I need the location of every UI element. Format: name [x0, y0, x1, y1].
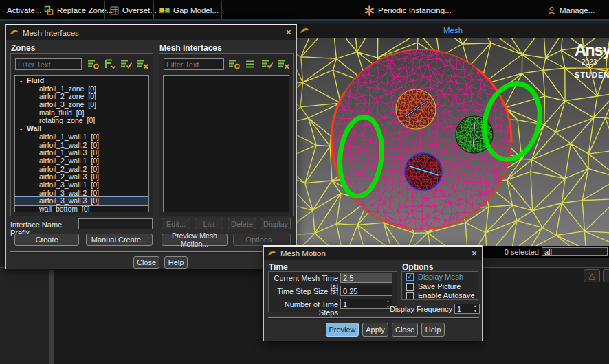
ansys-version-text: 2023	[575, 58, 609, 67]
interfaces-list-button[interactable]	[244, 58, 257, 69]
fluent-app-window: Activate... Replace Zone... Overset... G…	[0, 0, 609, 364]
zones-sort-button[interactable]	[103, 58, 116, 69]
close-icon[interactable]: ✕	[285, 27, 292, 37]
interfaces-header: Mesh Interfaces	[159, 43, 222, 53]
options-button[interactable]: Options...	[233, 234, 291, 246]
current-mesh-time-input[interactable]	[340, 273, 392, 283]
selection-scope-input[interactable]	[542, 247, 608, 256]
overset-button[interactable]: Overset...	[110, 3, 157, 18]
interface-name-prefix-input[interactable]	[78, 218, 153, 229]
spin-up-icon[interactable]: ▲	[385, 299, 391, 303]
list-check-icon	[120, 59, 133, 69]
list-check-icon	[261, 59, 274, 69]
preview-mesh-motion-button[interactable]: Preview Mesh Motion...	[162, 234, 228, 246]
display-mesh-checkbox[interactable]: ✓	[406, 273, 414, 281]
spin-up-icon[interactable]: ▲	[472, 304, 478, 308]
mesh-interfaces-titlebar[interactable]: Mesh Interfaces ✕	[6, 25, 296, 40]
apply-button[interactable]: Apply	[362, 323, 388, 337]
display-mesh-label: Display Mesh	[418, 273, 463, 281]
time-header: Time	[269, 262, 288, 272]
console-output: Updating mesh to time 2.00000e+00 (step …	[280, 345, 502, 364]
time-step-size-input[interactable]	[340, 286, 392, 296]
warning-indicator-button[interactable]: △	[584, 269, 600, 282]
create-button[interactable]: Create	[14, 234, 79, 246]
save-picture-label: Save Picture	[418, 282, 461, 291]
replace-zone-button[interactable]: Replace Zone...	[44, 3, 113, 18]
activate-label: Activate...	[7, 6, 42, 14]
list-lines-icon	[245, 59, 257, 69]
toolbar-separator	[590, 1, 590, 19]
edit-button[interactable]: Edit...	[162, 218, 190, 229]
display-mesh-checkbox-row[interactable]: ✓ Display Mesh	[406, 273, 463, 281]
zones-header: Zones	[11, 43, 35, 53]
selection-status: 0 selected	[505, 248, 539, 256]
manage-button[interactable]: Manage...	[547, 3, 595, 18]
mm-close-button[interactable]: Close	[392, 323, 418, 337]
clipped-indicator-button[interactable]	[603, 269, 609, 282]
list-x-icon	[137, 59, 149, 69]
replace-zone-icon	[44, 5, 54, 15]
toolbar-separator	[153, 1, 154, 19]
toolbar-separator	[436, 1, 436, 19]
ansys-logo-rule	[576, 68, 609, 69]
mi-help-button[interactable]: Help	[164, 256, 188, 269]
manage-person-icon	[547, 6, 556, 15]
manual-create-button[interactable]: Manual Create...	[86, 234, 153, 246]
list-branch-icon	[104, 59, 116, 69]
zones-list[interactable]: -Fluid airfoil_1_zone [0] airfoil_2_zone…	[14, 75, 149, 212]
overset-label: Overset...	[122, 6, 157, 14]
mesh-motion-dialog: Mesh Motion ✕ Time Current Mesh Time [s]…	[263, 245, 483, 341]
interfaces-deselect-all-button[interactable]	[277, 58, 290, 69]
toolbar-separator	[221, 1, 222, 19]
list-button[interactable]: List	[195, 218, 223, 229]
zones-filter-input[interactable]	[15, 58, 82, 70]
interfaces-list[interactable]	[163, 75, 289, 212]
gap-model-label: Gap Model...	[173, 6, 219, 14]
options-header: Options	[402, 262, 433, 272]
ribbon-toolbar: Activate... Replace Zone... Overset... G…	[0, 0, 609, 21]
list-filter-icon	[228, 59, 241, 69]
graphics-window: Mesh Ansys 2023 STUDENT	[297, 24, 609, 246]
fluent-dialog-icon	[10, 29, 19, 36]
periodic-instancing-button[interactable]: Periodic Instancing...	[364, 3, 452, 18]
periodic-instancing-icon	[364, 5, 375, 16]
close-icon[interactable]: ✕	[471, 249, 478, 258]
mesh-viewport[interactable]	[297, 38, 609, 246]
zones-select-all-button[interactable]	[120, 58, 133, 69]
save-picture-checkbox[interactable]	[406, 283, 414, 291]
display-frequency-stepper: ▲ ▼	[454, 304, 480, 314]
display-button[interactable]: Display	[261, 218, 291, 229]
interfaces-filter-input[interactable]	[164, 58, 224, 70]
preview-button[interactable]: Preview	[326, 323, 359, 337]
collapse-icon[interactable]: -	[20, 77, 27, 85]
zones-filter-button[interactable]	[87, 58, 100, 69]
dialog-separator	[10, 251, 292, 253]
enable-autosave-checkbox[interactable]	[406, 292, 414, 299]
ansys-logo-text: Ansys	[575, 42, 609, 58]
mesh-motion-titlebar[interactable]: Mesh Motion ✕	[264, 247, 482, 260]
check-icon: ✓	[407, 273, 412, 280]
save-picture-checkbox-row[interactable]: Save Picture	[406, 282, 461, 291]
mesh-interfaces-dialog: Mesh Interfaces ✕ Zones	[5, 24, 297, 269]
mesh-motion-title: Mesh Motion	[280, 249, 326, 258]
mi-close-button[interactable]: Close	[133, 256, 159, 269]
delete-button[interactable]: Delete	[228, 218, 256, 229]
enable-autosave-checkbox-row[interactable]: Enable Autosave	[406, 291, 475, 299]
tree-scrollbar[interactable]	[49, 270, 54, 364]
mesh-interfaces-title: Mesh Interfaces	[23, 29, 79, 37]
time-step-size-label: Time Step Size [s]	[267, 287, 338, 295]
tree-item[interactable]: wall_bottom [0]	[15, 205, 148, 212]
activate-button[interactable]: Activate...	[7, 3, 42, 18]
collapse-icon[interactable]: -	[20, 125, 27, 133]
interfaces-select-all-button[interactable]	[261, 58, 274, 69]
mm-help-button[interactable]: Help	[421, 323, 445, 337]
toolbar-separator	[104, 1, 105, 19]
graphics-tab-title[interactable]: Mesh	[297, 26, 609, 34]
zones-deselect-all-button[interactable]	[136, 58, 149, 69]
spin-down-icon[interactable]: ▼	[472, 310, 478, 313]
interfaces-filter-button[interactable]	[228, 58, 241, 69]
graphics-tab-bar: Mesh	[297, 24, 609, 38]
gap-model-button[interactable]: Gap Model...	[159, 3, 219, 18]
task-page-area	[0, 268, 54, 364]
enable-autosave-label: Enable Autosave	[418, 291, 475, 299]
